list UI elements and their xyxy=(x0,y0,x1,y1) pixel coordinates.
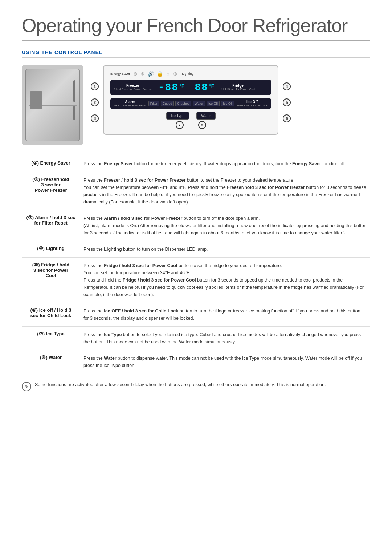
callout-num-1: 1 xyxy=(91,82,99,90)
note-icon: ✎ xyxy=(22,382,31,391)
fridge-btn-label[interactable]: Fridge xyxy=(232,84,244,88)
cubed-btn[interactable]: Cubed xyxy=(161,101,174,106)
fridge-dispenser xyxy=(30,91,42,109)
sun-icon: ☼ xyxy=(166,71,171,77)
desc-text-5: Press the Fridge / hold 3 sec for Power … xyxy=(80,258,370,303)
fridge-handle-top xyxy=(73,80,75,102)
left-callout-numbers: 1 2 3 xyxy=(91,77,99,122)
desc-text-7: Press the Ice Type button to select your… xyxy=(80,327,370,350)
note-box: ✎ Some functions are activated after a f… xyxy=(22,381,370,391)
callout-num-7: 7 xyxy=(176,121,184,129)
desc-label-6: (⑥) Ice off / Hold 3sec for Child Lock xyxy=(22,303,80,327)
page-title: Operating your French Door Refrigerator xyxy=(22,15,370,41)
wifi-icon: ⊕ xyxy=(173,71,177,77)
lighting-label: Lighting xyxy=(182,72,194,76)
desc-text-6: Press the Ice OFF / hold 3 sec for Child… xyxy=(80,303,370,327)
panel-row-3: Alarm /Hold 3 sec for Filter Reset Filte… xyxy=(110,98,271,109)
bottom-callout-nums: 7 8 xyxy=(110,121,271,129)
desc-text-8: Press the Water button to dispense water… xyxy=(80,350,370,374)
callout-num-5: 5 xyxy=(283,98,291,106)
alarm-btn-label[interactable]: Alarm xyxy=(125,100,135,104)
panel-row-1: Energy Saver ⊛ ❄ 🔊 🔒 ☼ ⊕ Lighting xyxy=(110,71,271,77)
table-row: (①) Energy SaverPress the Energy Saver b… xyxy=(22,156,370,172)
section-title: USING THE CONTROL PANEL xyxy=(22,49,370,58)
ice-off-btn-1[interactable]: Ice Off xyxy=(207,101,220,106)
freezer-temp-display: -88 xyxy=(158,82,179,93)
ice-off-btn-2[interactable]: Ice Off xyxy=(221,101,234,106)
desc-text-2: Press the Freezer / hold 3 sec for Power… xyxy=(80,172,370,210)
panel-icon-row: ⊛ ❄ 🔊 🔒 ☼ ⊕ xyxy=(133,71,178,77)
filter-btn[interactable]: Filter xyxy=(148,101,159,106)
table-row: (⑥) Ice off / Hold 3sec for Child LockPr… xyxy=(22,303,370,327)
callout-num-4: 4 xyxy=(283,82,291,90)
energy-saver-label: Energy Saver xyxy=(110,72,130,76)
desc-label-3: (③) Alarm / hold 3 secfor Filter Reset xyxy=(22,210,80,241)
desc-text-3: Press the Alarm / hold 3 sec for Power F… xyxy=(80,210,370,241)
ice-off-btn-label[interactable]: Ice Off xyxy=(246,100,258,104)
fridge-body xyxy=(25,69,80,141)
note-text: Some functions are activated after a few… xyxy=(35,381,326,388)
table-row: (⑦) Ice TypePress the Ice Type button to… xyxy=(22,327,370,350)
desc-label-5: (⑤) Fridge / hold3 sec for PowerCool xyxy=(22,258,80,303)
water-disp-btn[interactable]: Water xyxy=(193,101,205,106)
ice-off-btn-sub: /Hold 3 sec for Child Lock xyxy=(237,104,268,107)
desc-label-1: (①) Energy Saver xyxy=(22,156,80,172)
desc-label-4: (④) Lighting xyxy=(22,241,80,258)
desc-text-4: Press the Lighting button to turn on the… xyxy=(80,241,370,258)
table-row: (③) Alarm / hold 3 secfor Filter ResetPr… xyxy=(22,210,370,241)
freezer-btn-label[interactable]: Freezer xyxy=(126,84,139,88)
fridge-temp-display: 88 xyxy=(195,82,208,93)
table-row: (④) LightingPress the Lighting button to… xyxy=(22,241,370,258)
callout-num-3: 3 xyxy=(91,114,99,122)
panel-row-2: Freezer /Hold 3 sec for Power Freeze -88… xyxy=(110,80,271,95)
fridge-handle-bottom xyxy=(73,106,75,120)
desc-label-8: (⑧) Water xyxy=(22,350,80,374)
callout-num-8: 8 xyxy=(198,121,206,129)
snowflake-icon: ❄ xyxy=(140,71,145,77)
network-icon: ⊛ xyxy=(133,71,138,77)
fridge-temp-unit: °F xyxy=(209,83,214,89)
desc-text-1: Press the Energy Saver button for better… xyxy=(80,156,370,172)
fridge-illustration xyxy=(22,65,83,145)
table-row: (②) Freezer/hold3 sec forPower FreezerPr… xyxy=(22,172,370,210)
freezer-btn-sub: /Hold 3 sec for Power Freeze xyxy=(114,88,152,91)
description-table: (①) Energy SaverPress the Energy Saver b… xyxy=(22,156,370,374)
table-row: (⑧) WaterPress the Water button to dispe… xyxy=(22,350,370,374)
desc-label-2: (②) Freezer/hold3 sec forPower Freezer xyxy=(22,172,80,210)
lock-icon: 🔒 xyxy=(157,71,163,77)
sound-icon: 🔊 xyxy=(148,71,154,77)
desc-label-7: (⑦) Ice Type xyxy=(22,327,80,350)
water-btn[interactable]: Water xyxy=(196,112,215,120)
control-panel: Energy Saver ⊛ ❄ 🔊 🔒 ☼ ⊕ Lighting Freeze… xyxy=(103,65,278,135)
diagram-area: 1 2 3 Energy Saver ⊛ ❄ 🔊 🔒 ☼ ⊕ xyxy=(22,65,370,145)
ice-type-water-row: Ice Type Water xyxy=(110,112,271,120)
ice-button-group: Filter Cubed Crushed Water Ice Off Ice O… xyxy=(148,101,234,106)
fridge-btn-sub: /Hold 3 sec for Power Cool xyxy=(221,88,255,91)
right-callout-numbers: 4 5 6 xyxy=(283,77,291,122)
table-row: (⑤) Fridge / hold3 sec for PowerCoolPres… xyxy=(22,258,370,303)
callout-num-2: 2 xyxy=(91,98,99,106)
crushed-btn[interactable]: Crushed xyxy=(175,101,191,106)
ice-type-btn[interactable]: Ice Type xyxy=(166,112,189,120)
callout-num-6: 6 xyxy=(283,114,291,122)
alarm-btn-sub: /Hold 3 sec for Filter Reset xyxy=(114,104,146,107)
freezer-temp-unit: °F xyxy=(179,83,184,89)
